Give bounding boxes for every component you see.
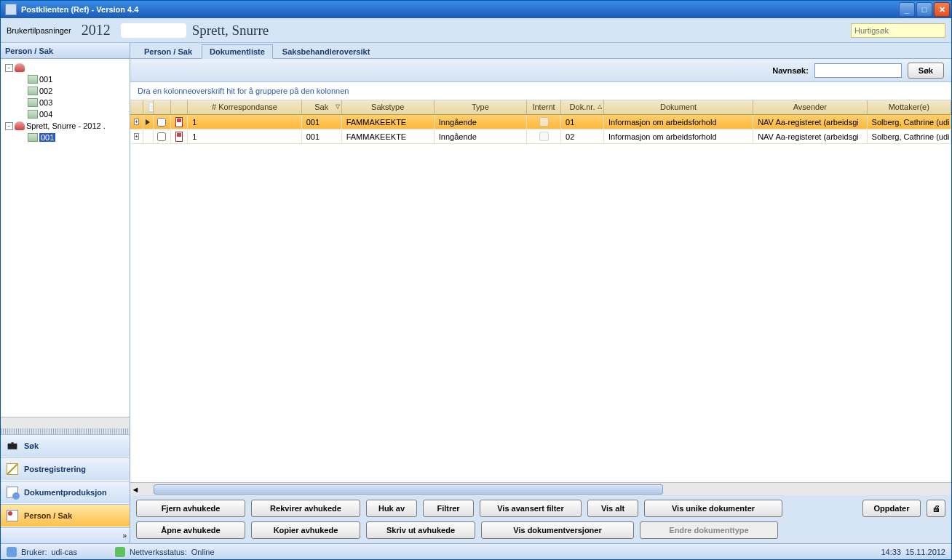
nav-dokprod[interactable]: Dokumentproduksjon xyxy=(1,481,130,504)
column-selector-icon[interactable]: 📄 xyxy=(143,100,154,114)
nav-footer: » xyxy=(1,527,130,543)
cell-doknr: 01 xyxy=(561,115,604,129)
column-avsender[interactable]: Avsender xyxy=(753,100,867,114)
tree-resize-grip[interactable] xyxy=(1,428,130,434)
row-checkbox-cell[interactable] xyxy=(154,115,171,129)
rekvirer-avhukede-button[interactable]: Rekvirer avhukede xyxy=(251,500,360,517)
tree-scrollbar[interactable] xyxy=(1,417,130,428)
column-sakstype[interactable]: Sakstype xyxy=(342,100,435,114)
cell-dokument: Informasjon om arbeidsforhold xyxy=(604,129,753,143)
tree-node[interactable]: 003 xyxy=(2,97,128,108)
window-title: Postklienten (Ref) - Version 4.4 xyxy=(20,5,899,14)
nettverk-value: Online xyxy=(191,548,215,556)
minimize-button[interactable]: _ xyxy=(899,2,915,17)
person-icon xyxy=(15,63,25,72)
tree-node[interactable]: 002 xyxy=(2,85,128,97)
print-icon-button[interactable]: 🖨 xyxy=(927,500,945,517)
tree-node[interactable]: -Sprett, Snurre - 2012 . xyxy=(2,120,128,132)
row-pdf-cell[interactable] xyxy=(171,115,189,129)
fjern-avhukede-button[interactable]: Fjern avhukede xyxy=(136,500,245,517)
nav-label: Person / Sak xyxy=(24,511,72,520)
row-checkbox[interactable] xyxy=(157,118,166,127)
cell-mottaker: Solberg, Cathrine (udi xyxy=(868,129,951,143)
vis-dokumentversjoner-button[interactable]: Vis dokumentversjoner xyxy=(481,521,634,539)
brukertilpasninger-link[interactable]: Brukertilpasninger xyxy=(7,26,71,35)
network-icon xyxy=(115,547,125,557)
skriv-ut-avhukede-button[interactable]: Skriv ut avhukede xyxy=(366,521,475,539)
nav-personsak[interactable]: Person / Sak xyxy=(1,504,130,527)
folder-icon xyxy=(28,75,38,84)
grid-horizontal-scrollbar[interactable]: ◄ xyxy=(130,482,951,495)
cell-korrespondanse: 1 xyxy=(188,115,301,129)
oppdater-button[interactable]: Oppdater xyxy=(862,500,921,517)
row-checkbox-cell[interactable] xyxy=(154,129,171,143)
cell-sak: 001 xyxy=(302,129,342,143)
column-pdf[interactable] xyxy=(171,100,189,114)
grid-body[interactable]: +1001FAMMAKEEKTEInngående01Informasjon o… xyxy=(130,115,951,482)
column-doknr[interactable]: Dok.nr.△ xyxy=(561,100,604,114)
column-check[interactable] xyxy=(154,100,171,114)
column-mottaker[interactable]: Mottaker(e) xyxy=(868,100,951,114)
pdf-icon xyxy=(175,117,183,127)
kopier-avhukede-button[interactable]: Kopier avhukede xyxy=(251,521,360,539)
app-icon xyxy=(5,4,17,15)
cell-doknr: 02 xyxy=(561,129,604,143)
tree-node[interactable]: 001 xyxy=(2,132,128,143)
navnsok-input[interactable] xyxy=(814,63,902,78)
sok-icon xyxy=(7,440,18,452)
row-expand[interactable]: + xyxy=(130,129,143,143)
nettverk-label: Nettverksstatus: xyxy=(130,548,187,556)
tree-expand-icon[interactable]: - xyxy=(5,64,13,72)
column-korrespondanse[interactable]: # Korrespondanse xyxy=(188,100,301,114)
bruker-value: udi-cas xyxy=(51,548,76,556)
navnsok-label: Navnsøk: xyxy=(772,66,809,75)
row-checkbox[interactable] xyxy=(157,132,166,141)
table-row[interactable]: +1001FAMMAKEEKTEInngående02Informasjon o… xyxy=(130,129,951,144)
tree-node-label: 001 xyxy=(39,75,52,84)
case-tree[interactable]: -001002003004-Sprett, Snurre - 2012 .001 xyxy=(1,59,130,417)
column-dokument[interactable]: Dokument xyxy=(604,100,753,114)
nav-sok[interactable]: Søk xyxy=(1,434,130,457)
column-sak[interactable]: Sak▽ xyxy=(302,100,342,114)
quicksearch-input[interactable] xyxy=(851,23,945,38)
nav-postreg[interactable]: Postregistrering xyxy=(1,457,130,481)
case-year: 2012 xyxy=(77,22,115,39)
column-expand[interactable] xyxy=(130,100,143,114)
status-bar: Bruker: udi-cas Nettverksstatus: Online … xyxy=(1,543,951,559)
cell-sakstype: FAMMAKEEKTE xyxy=(342,129,435,143)
close-button[interactable]: ✕ xyxy=(934,2,950,17)
tab-personsak[interactable]: Person / Sak xyxy=(136,44,200,58)
user-icon xyxy=(7,547,17,557)
postreg-icon xyxy=(7,463,18,475)
tab-sbo[interactable]: Saksbehandleroversikt xyxy=(274,44,378,58)
table-row[interactable]: +1001FAMMAKEEKTEInngående01Informasjon o… xyxy=(130,115,951,129)
apne-avhukede-button[interactable]: Åpne avhukede xyxy=(136,521,245,539)
tab-dokumentliste[interactable]: Dokumentliste xyxy=(202,44,273,59)
cell-korrespondanse: 1 xyxy=(188,129,301,143)
vis-unike-dokumenter-button[interactable]: Vis unike dokumenter xyxy=(644,500,782,517)
maximize-button[interactable]: □ xyxy=(916,2,932,17)
pdf-icon xyxy=(175,132,183,142)
row-expand[interactable]: + xyxy=(130,115,143,129)
left-panel-header: Person / Sak xyxy=(1,43,130,59)
cell-internt xyxy=(527,129,561,143)
tree-node[interactable]: - xyxy=(2,62,128,73)
vis-avansert-filter-button[interactable]: Vis avansert filter xyxy=(480,500,582,517)
row-indicator xyxy=(143,115,154,129)
tree-expand-icon[interactable]: - xyxy=(5,122,13,130)
tree-node[interactable]: 004 xyxy=(2,108,128,120)
nav-overflow-icon[interactable]: » xyxy=(122,532,127,540)
tree-node[interactable]: 001 xyxy=(2,73,128,85)
right-panel: Person / SakDokumentlisteSaksbehandlerov… xyxy=(130,43,951,543)
titlebar: Postklienten (Ref) - Version 4.4 _ □ ✕ xyxy=(1,1,951,18)
row-pdf-cell[interactable] xyxy=(171,129,189,143)
huk-av-button[interactable]: Huk av xyxy=(366,500,417,517)
filtrer-button[interactable]: Filtrer xyxy=(423,500,474,517)
column-type[interactable]: Type xyxy=(435,100,527,114)
grid-header: 📄 # Korrespondanse Sak▽ Sakstype Type In… xyxy=(130,100,951,115)
internt-checkbox xyxy=(539,132,549,141)
sok-button[interactable]: Søk xyxy=(908,63,944,79)
vis-alt-button[interactable]: Vis alt xyxy=(587,500,638,517)
cell-internt xyxy=(527,115,561,129)
column-internt[interactable]: Internt xyxy=(527,100,561,114)
